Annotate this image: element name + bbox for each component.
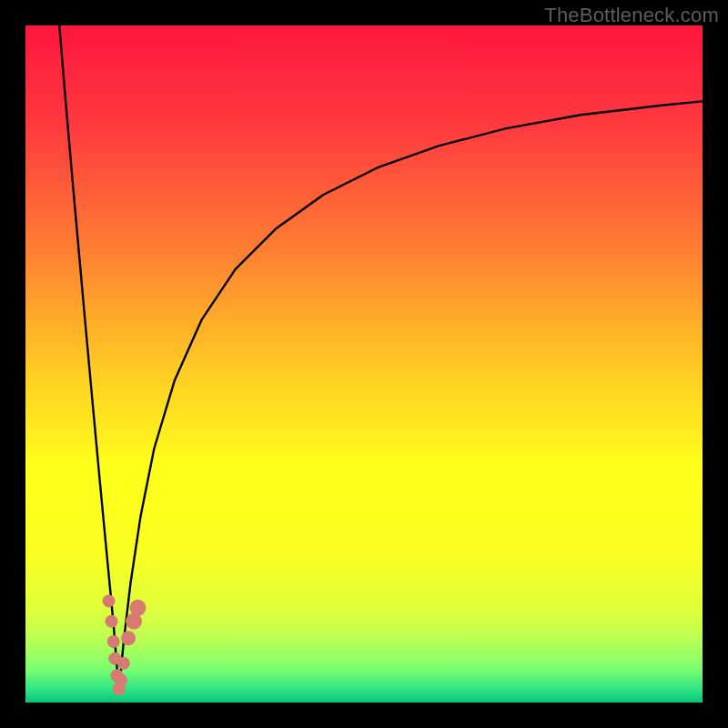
gradient-background <box>25 25 703 703</box>
bottleneck-dot <box>117 657 130 670</box>
bottleneck-dot <box>103 594 116 607</box>
watermark-text: TheBottleneck.com <box>544 4 719 27</box>
chart-frame: TheBottleneck.com <box>0 0 728 728</box>
bottleneck-dot <box>115 673 127 686</box>
bottleneck-dot <box>130 600 147 616</box>
bottleneck-dot <box>121 631 136 645</box>
bottleneck-dot <box>105 615 117 628</box>
bottleneck-dot <box>107 635 120 648</box>
bottleneck-chart <box>25 25 703 703</box>
